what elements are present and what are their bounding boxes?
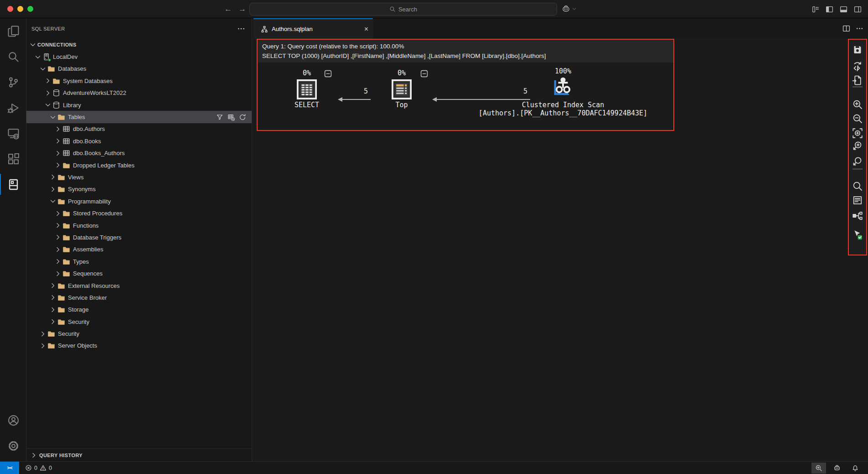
new-table-icon[interactable] — [227, 114, 235, 121]
tree-item-dbo-books[interactable]: dbo.Books — [26, 135, 252, 147]
chevron-down-icon[interactable] — [44, 101, 52, 109]
chevron-right-icon[interactable] — [39, 330, 46, 338]
tree-item-dbo-books-authors[interactable]: dbo.Books_Authors — [26, 147, 252, 159]
remote-indicator[interactable]: >< — [0, 462, 19, 474]
chevron-right-icon[interactable] — [39, 342, 46, 349]
chevron-right-icon[interactable] — [44, 77, 52, 84]
activity-bar-item-source-control[interactable] — [0, 69, 26, 95]
tree-item-types[interactable]: Types — [26, 255, 252, 267]
activity-bar-item-explorer[interactable] — [0, 18, 26, 44]
chevron-right-icon[interactable] — [49, 282, 57, 289]
command-center-search[interactable]: Search — [249, 3, 557, 16]
chevron-right-icon[interactable] — [54, 270, 62, 277]
save-plan-icon[interactable] — [852, 44, 863, 55]
activity-bar-item-sql-server[interactable] — [0, 172, 26, 197]
plan-node-clustered-index-scan[interactable]: 100% Clustered Index Scan [Authors].[PK_… — [467, 67, 659, 117]
tree-item-programmability[interactable]: Programmability — [26, 195, 252, 207]
tree-item-server-objects[interactable]: Server Objects — [26, 340, 252, 352]
tree-item-dbo-authors[interactable]: dbo.Authors — [26, 123, 252, 135]
find-node-icon[interactable] — [852, 181, 863, 192]
properties-icon[interactable] — [852, 195, 863, 206]
chevron-right-icon[interactable] — [54, 210, 62, 217]
chevron-down-icon[interactable] — [49, 114, 57, 121]
tree-item-sequences[interactable]: Sequences — [26, 267, 252, 279]
tree-item-stored-procedures[interactable]: Stored Procedures — [26, 207, 252, 219]
tree-item-adventureworkslt2022[interactable]: AdventureWorksLT2022 — [26, 87, 252, 99]
chevron-right-icon[interactable] — [54, 161, 62, 169]
chevron-right-icon[interactable] — [44, 89, 52, 97]
tree-item-security[interactable]: Security — [26, 316, 252, 328]
problems-status[interactable]: 0 0 — [25, 464, 52, 471]
chevron-down-icon[interactable] — [34, 53, 41, 61]
tree-item-external-resources[interactable]: External Resources — [26, 280, 252, 292]
tree-item-connections[interactable]: CONNECTIONS — [26, 39, 252, 51]
tree-item-localdev[interactable]: LocalDev — [26, 51, 252, 63]
tree-item-security[interactable]: Security — [26, 328, 252, 339]
activity-bar-item-search[interactable] — [0, 44, 26, 69]
compare-plan-icon[interactable] — [852, 210, 863, 221]
show-query-xml-icon[interactable] — [852, 62, 863, 73]
chevron-right-icon[interactable] — [54, 125, 62, 133]
tree-item-assemblies[interactable]: Assemblies — [26, 244, 252, 255]
zoom-in-icon[interactable] — [852, 99, 863, 110]
tree-item-synonyms[interactable]: Synonyms — [26, 183, 252, 195]
chevron-right-icon[interactable] — [54, 246, 62, 253]
activity-bar-item-extensions[interactable] — [0, 146, 26, 172]
chevron-right-icon[interactable] — [54, 150, 62, 157]
tree-item-views[interactable]: Views — [26, 171, 252, 183]
tree-item-storage[interactable]: Storage — [26, 304, 252, 316]
chevron-right-icon[interactable] — [54, 234, 62, 241]
activity-bar-item-run-and-debug[interactable] — [0, 95, 26, 120]
activity-bar-item-remote-explorer[interactable] — [0, 120, 26, 146]
close-tab-icon[interactable]: × — [364, 26, 368, 33]
toggle-panel-left-icon[interactable] — [826, 5, 833, 13]
minimize-window-button[interactable] — [17, 6, 23, 12]
editor-more-actions-icon[interactable] — [856, 25, 863, 32]
tree-item-database-triggers[interactable]: Database Triggers — [26, 231, 252, 243]
status-copilot-button[interactable] — [830, 463, 844, 474]
query-history-panel-header[interactable]: QUERY HISTORY — [26, 448, 252, 461]
zoom-out-icon[interactable] — [852, 113, 863, 124]
tree-item-tables[interactable]: Tables — [26, 111, 252, 123]
tree-item-system-databases[interactable]: System Databases — [26, 75, 252, 87]
split-editor-icon[interactable] — [842, 25, 850, 32]
notifications-button[interactable] — [848, 463, 863, 474]
tree-item-databases[interactable]: Databases — [26, 63, 252, 75]
tree-item-dropped-ledger-tables[interactable]: Dropped Ledger Tables — [26, 159, 252, 171]
toggle-panel-bottom-icon[interactable] — [840, 5, 847, 13]
tab-authors-sqlplan[interactable]: Authors.sqlplan × — [253, 18, 373, 39]
tree-item-functions[interactable]: Functions — [26, 219, 252, 231]
back-button[interactable]: ← — [224, 5, 232, 14]
chevron-right-icon[interactable] — [49, 173, 57, 181]
toggle-panel-right-icon[interactable] — [854, 5, 862, 13]
chevron-right-icon[interactable] — [54, 137, 62, 145]
toggle-tooltips-icon[interactable] — [852, 229, 863, 240]
zoom-window-button[interactable] — [27, 6, 33, 12]
refresh-icon[interactable] — [239, 114, 246, 121]
chevron-down-icon[interactable] — [39, 65, 46, 73]
chevron-right-icon[interactable] — [49, 306, 57, 313]
chevron-down-icon[interactable] — [29, 41, 36, 48]
chevron-right-icon[interactable] — [49, 318, 57, 325]
custom-zoom-icon[interactable] — [852, 141, 863, 151]
filter-icon[interactable] — [216, 114, 223, 121]
tree-item-library[interactable]: Library — [26, 99, 252, 111]
activity-bar-item-accounts[interactable] — [0, 407, 26, 433]
zoom-to-fit-icon[interactable] — [852, 128, 863, 139]
status-zoom-button[interactable] — [811, 463, 826, 474]
chevron-right-icon[interactable] — [49, 294, 57, 301]
highlight-expensive-operation-icon[interactable] — [852, 156, 863, 167]
chevron-down-icon[interactable] — [49, 198, 57, 205]
open-plan-file-icon[interactable] — [852, 75, 863, 86]
tree-item-service-broker[interactable]: Service Broker — [26, 292, 252, 303]
activity-bar-item-settings[interactable] — [0, 433, 26, 458]
chevron-right-icon[interactable] — [49, 186, 57, 193]
more-actions-icon[interactable] — [237, 25, 245, 33]
forward-button[interactable]: → — [238, 5, 246, 14]
copilot-menu[interactable] — [562, 5, 577, 13]
plan-edge[interactable]: 5 — [339, 99, 371, 100]
close-window-button[interactable] — [7, 6, 13, 12]
chevron-right-icon[interactable] — [54, 258, 62, 265]
collapse-node-icon[interactable] — [324, 70, 332, 78]
collapse-node-icon[interactable] — [420, 70, 428, 78]
